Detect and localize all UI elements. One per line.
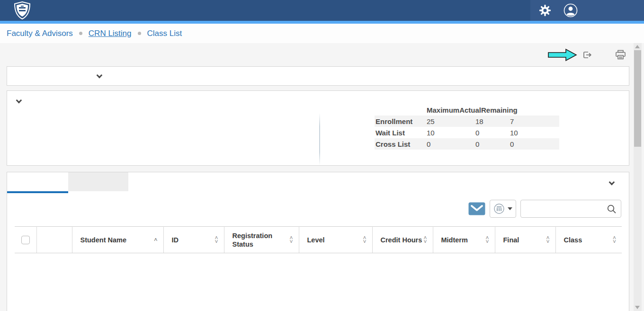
sort-carets-icon[interactable]: ˄˅ <box>215 236 221 244</box>
enrollment-column-header: Remaining <box>481 106 518 114</box>
export-button[interactable] <box>582 50 595 60</box>
tabs-row <box>7 172 629 193</box>
breadcrumb-link[interactable]: CRN Listing <box>73 29 132 38</box>
column-header[interactable]: Midterm ˄˅ <box>433 227 495 253</box>
tab-class-list[interactable] <box>7 172 68 193</box>
settings-button[interactable] <box>539 4 551 17</box>
enrollment-count-row: Cross List 0 0 0 <box>375 138 559 150</box>
breadcrumb-link[interactable]: Faculty & Advisors <box>7 29 73 38</box>
chevron-down-icon <box>97 72 103 79</box>
dropdown-caret-icon <box>508 207 512 210</box>
course-information-panel: MaximumActualRemaining Enrollment 25 18 … <box>7 90 629 166</box>
chevron-down-icon <box>609 179 615 185</box>
print-icon <box>615 50 626 60</box>
vertical-scrollbar[interactable] <box>634 43 642 311</box>
student-table-header-row: Student Name ˄˅ ID ˄˅ Registra <box>15 227 622 253</box>
enrollment-counts-rows: Enrollment 25 18 7 Wait List 10 0 10 Cro… <box>375 116 559 150</box>
column-header[interactable]: ID ˄˅ <box>163 227 224 253</box>
collapse-chevron-icon[interactable] <box>16 98 22 104</box>
user-avatar-icon <box>564 3 578 18</box>
spacer-column-header <box>36 227 72 253</box>
sort-carets-icon[interactable]: ˄˅ <box>154 238 161 242</box>
enrollment-count-row: Enrollment 25 18 7 <box>375 116 559 127</box>
column-header[interactable]: Student Name ˄˅ <box>72 227 163 253</box>
class-list-panel: Student Name ˄˅ ID ˄˅ Registra <box>7 172 629 311</box>
scrollbar-up-arrow[interactable] <box>635 45 640 48</box>
sort-carets-icon[interactable]: ˄˅ <box>363 236 369 244</box>
grid-columns-icon <box>494 204 504 214</box>
scrollbar-down-arrow[interactable] <box>635 306 640 309</box>
scrollbar-thumb[interactable] <box>634 50 641 147</box>
course-information <box>7 99 319 165</box>
sort-carets-icon[interactable]: ˄˅ <box>423 236 429 244</box>
student-table: Student Name ˄˅ ID ˄˅ Registra <box>15 226 622 253</box>
header-utility-area <box>530 0 644 21</box>
grid-view-dropdown-button[interactable] <box>490 200 516 218</box>
email-button[interactable] <box>468 202 485 215</box>
column-header[interactable]: Class ˄˅ <box>555 227 622 253</box>
email-icon <box>468 202 485 215</box>
gear-icon <box>539 4 551 17</box>
breadcrumb-link[interactable]: Class List <box>132 29 182 38</box>
export-icon <box>582 50 592 60</box>
profile-menu-button[interactable] <box>564 3 578 18</box>
tab-wait-list[interactable] <box>68 172 128 191</box>
enrollment-column-header: Maximum <box>427 106 459 114</box>
column-header[interactable]: Final ˄˅ <box>495 227 555 253</box>
sort-carets-icon[interactable]: ˄˅ <box>485 236 492 244</box>
sort-carets-icon[interactable]: ˄˅ <box>546 236 552 244</box>
column-header[interactable]: Credit Hours ˄˅ <box>372 227 433 253</box>
enrollment-count-row: Wait List 10 0 10 <box>375 127 559 138</box>
enrollment-column-header: Actual <box>459 106 481 114</box>
term-crn-selector[interactable] <box>7 66 629 86</box>
search-icon <box>607 204 617 214</box>
enrollment-counts: MaximumActualRemaining Enrollment 25 18 … <box>320 99 559 165</box>
enrollment-counts-header: MaximumActualRemaining <box>375 104 559 116</box>
print-button[interactable] <box>615 50 629 60</box>
view-selector[interactable] <box>599 172 629 193</box>
select-all-cell <box>15 227 36 253</box>
sort-carets-icon[interactable]: ˄˅ <box>613 236 619 244</box>
page-toolbar <box>7 43 629 66</box>
app-header <box>0 0 644 21</box>
annotation-arrow <box>548 48 577 62</box>
sort-carets-icon[interactable]: ˄˅ <box>289 236 295 244</box>
main-content: MaximumActualRemaining Enrollment 25 18 … <box>0 43 644 311</box>
column-header[interactable]: Level ˄˅ <box>299 227 372 253</box>
toolbar-actions <box>544 48 629 62</box>
breadcrumb: Faculty & AdvisorsCRN ListingClass List <box>0 24 644 43</box>
select-all-checkbox[interactable] <box>21 236 30 244</box>
brand <box>0 1 36 19</box>
university-shield-logo <box>14 1 30 19</box>
column-header[interactable]: Registration Status ˄˅ <box>224 227 299 253</box>
